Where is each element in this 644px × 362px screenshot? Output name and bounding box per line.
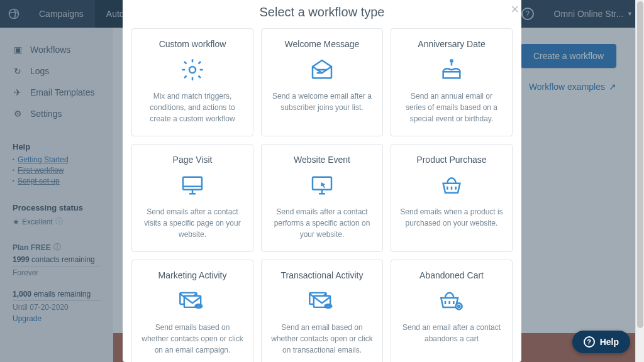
svg-point-2 [450, 60, 452, 62]
card-website-event[interactable]: Website Event Send emails after a contac… [261, 144, 383, 252]
card-grid: Custom workflow Mix and match triggers, … [131, 28, 513, 362]
gear-icon [180, 55, 205, 84]
envelope-open-icon [309, 55, 335, 84]
card-anniversary-date[interactable]: Anniversary Date Send an annual email or… [391, 28, 513, 136]
monitor-icon [179, 171, 206, 200]
modal-title: Select a workflow type [131, 1, 513, 28]
svg-point-8 [197, 305, 199, 307]
svg-point-12 [327, 305, 329, 307]
modal-overlay: × Select a workflow type Custom workflow… [0, 0, 644, 362]
card-custom-workflow[interactable]: Custom workflow Mix and match triggers, … [131, 28, 253, 136]
help-widget[interactable]: ? Help [572, 331, 630, 353]
help-icon: ? [584, 336, 595, 348]
workflow-type-modal: × Select a workflow type Custom workflow… [123, 0, 521, 362]
mail-eye-icon [178, 287, 207, 315]
svg-rect-3 [183, 177, 202, 190]
cake-icon [438, 55, 465, 84]
card-welcome-message[interactable]: Welcome Message Send a welcome email aft… [261, 28, 383, 136]
card-product-purchase[interactable]: Product Purchase Send emails when a prod… [391, 144, 513, 252]
basket-icon [438, 171, 465, 200]
basket-gear-icon [438, 287, 465, 315]
card-transactional-activity[interactable]: Transactional Activity Send an email bas… [261, 260, 383, 362]
mail-eye-icon [308, 287, 336, 315]
card-marketing-activity[interactable]: Marketing Activity Send emails based on … [131, 260, 253, 362]
monitor-click-icon [309, 171, 335, 200]
card-abandoned-cart[interactable]: Abandoned Cart Send an email after a con… [391, 260, 513, 362]
svg-point-1 [189, 67, 196, 73]
card-page-visit[interactable]: Page Visit Send emails after a contact v… [131, 144, 253, 252]
scrollbar-thumb[interactable] [637, 1, 643, 328]
scrollbar[interactable] [635, 0, 644, 362]
